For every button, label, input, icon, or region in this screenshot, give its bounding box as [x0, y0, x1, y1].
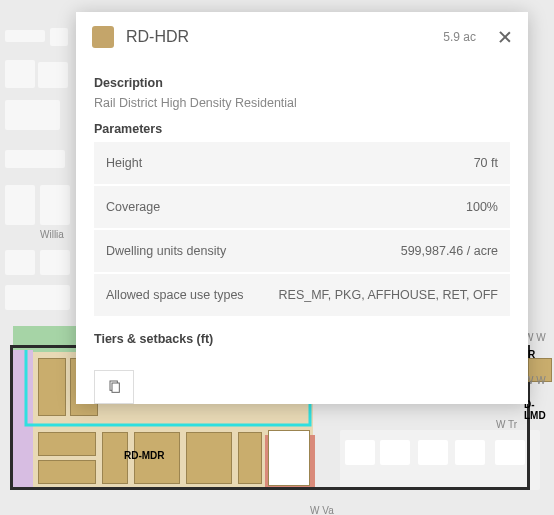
- parameters-label: Parameters: [94, 122, 510, 136]
- description-label: Description: [94, 76, 510, 90]
- popup-body: Description Rail District High Density R…: [76, 60, 528, 404]
- road-label: W Va: [310, 505, 334, 515]
- popup-area-value: 5.9 ac: [443, 30, 476, 44]
- param-value: 100%: [466, 200, 498, 214]
- tiers-setbacks-label: Tiers & setbacks (ft): [94, 332, 510, 346]
- road-label: W Tr: [496, 419, 517, 430]
- param-label: Height: [106, 156, 142, 170]
- road-label: Willia: [40, 229, 64, 240]
- copy-sheet-button[interactable]: [94, 370, 134, 404]
- param-row: Height 70 ft: [94, 142, 510, 186]
- zone-label-rd-mdr: RD-MDR: [124, 450, 165, 461]
- feature-popup: RD-HDR 5.9 ac Description Rail District …: [76, 12, 528, 404]
- param-row: Allowed space use types RES_MF, PKG, AFF…: [94, 274, 510, 318]
- param-label: Dwelling units density: [106, 244, 226, 258]
- popup-header: RD-HDR 5.9 ac: [76, 12, 528, 60]
- close-icon[interactable]: [498, 30, 512, 44]
- zone-color-swatch: [92, 26, 114, 48]
- param-row: Coverage 100%: [94, 186, 510, 230]
- zone-label-d-lmd: D-LMD: [524, 399, 554, 421]
- description-text: Rail District High Density Residential: [94, 96, 510, 110]
- svg-rect-1: [112, 383, 119, 392]
- param-value: RES_MF, PKG, AFFHOUSE, RET, OFF: [279, 288, 498, 302]
- pages-icon: [106, 379, 122, 395]
- popup-title: RD-HDR: [126, 28, 431, 46]
- param-value: 70 ft: [474, 156, 498, 170]
- param-label: Allowed space use types: [106, 288, 244, 302]
- zone-label-r: R: [528, 349, 535, 360]
- param-row: Dwelling units density 599,987.46 / acre: [94, 230, 510, 274]
- param-label: Coverage: [106, 200, 160, 214]
- param-value: 599,987.46 / acre: [401, 244, 498, 258]
